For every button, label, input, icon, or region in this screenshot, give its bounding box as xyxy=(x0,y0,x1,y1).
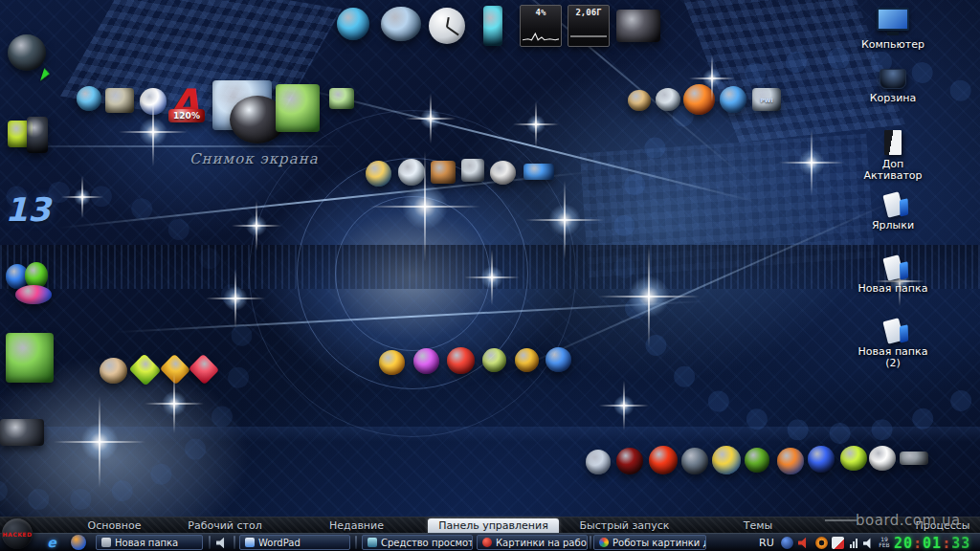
folder-icon xyxy=(101,538,111,547)
cpu-meter-gadget[interactable]: 4% xyxy=(520,5,562,47)
acdsee-badge[interactable]: 120% xyxy=(168,109,205,122)
wallpaper-sparkle xyxy=(526,115,546,134)
globe-gadget-icon[interactable] xyxy=(337,8,369,40)
wallpaper-sparkle xyxy=(80,423,119,461)
eye-icon[interactable] xyxy=(656,88,680,111)
taskbar-button-sredstvo-prosmotra[interactable]: Средство просмотра... xyxy=(362,535,473,550)
desktop-item-shortcuts[interactable]: Ярлыки xyxy=(840,193,946,231)
jupiter-icon[interactable] xyxy=(100,358,127,384)
taskbar-button-wordpad[interactable]: WordPad xyxy=(239,535,350,550)
cpu-value: 4% xyxy=(536,8,546,17)
red-creature-icon[interactable] xyxy=(649,446,678,474)
globe-icon[interactable] xyxy=(77,86,101,111)
figures-icon[interactable] xyxy=(777,448,804,474)
logo-13[interactable]: 13 xyxy=(4,187,52,231)
lens-gadget-icon[interactable] xyxy=(381,7,421,41)
wallpaper-sparkle xyxy=(628,276,670,318)
color-rings-icon[interactable] xyxy=(15,285,52,304)
desktop-item-label: Новая папка (2) xyxy=(856,346,930,369)
taskbar-button-label: Средство просмотра... xyxy=(381,538,473,548)
tab-osnovnoe[interactable]: Основное xyxy=(59,518,169,533)
taskbar-separator xyxy=(590,536,591,549)
clock-seconds: 33 xyxy=(951,535,970,551)
earth-icon[interactable] xyxy=(366,161,391,187)
battery-gadget-icon[interactable] xyxy=(483,6,502,46)
orb-red-icon[interactable] xyxy=(447,347,475,374)
magnifier-icon[interactable] xyxy=(398,159,425,186)
camera-money-icon[interactable] xyxy=(105,88,134,113)
signal-bars-icon[interactable] xyxy=(850,539,858,548)
saturn-icon[interactable] xyxy=(628,90,651,111)
taskbar-button-kartinki[interactable]: Картинки на рабочий... xyxy=(477,535,588,550)
orb-blue-icon[interactable] xyxy=(546,347,571,372)
grinch-icon[interactable] xyxy=(745,448,769,473)
start-button[interactable]: HACKED xyxy=(2,518,33,549)
tab-panel-upravleniya[interactable]: Панель управления xyxy=(428,518,559,533)
desktop-item-activator[interactable]: Доп Активатор xyxy=(840,130,946,182)
volume-tray-icon[interactable] xyxy=(863,538,875,549)
desktop-item-computer[interactable]: Компьютер xyxy=(840,8,946,51)
tray-date[interactable]: 19 FEB xyxy=(878,537,891,548)
tab-rabochiy-stol[interactable]: Рабочий стол xyxy=(172,518,278,533)
orb-orange-icon[interactable] xyxy=(379,350,405,375)
taskbar-button-label: Новая папка xyxy=(115,538,178,548)
monitor-photo-icon[interactable] xyxy=(461,159,484,182)
fuzzy-ball-icon[interactable] xyxy=(586,450,611,474)
horn-speaker-icon[interactable] xyxy=(490,161,516,185)
tab-bystryy-zapusk[interactable]: Быстрый запуск xyxy=(574,518,675,533)
tray-mute-icon[interactable] xyxy=(798,537,811,549)
webcam-green-icon[interactable] xyxy=(329,88,354,109)
tray-user-flag-icon[interactable] xyxy=(832,537,844,549)
dark-sphere-icon[interactable] xyxy=(8,34,46,71)
toolbox-icon[interactable] xyxy=(431,161,456,184)
taskbar-button-roboty[interactable]: Роботы картинки для ... xyxy=(593,535,706,550)
language-indicator[interactable]: RU xyxy=(759,537,774,549)
chrome-icon[interactable] xyxy=(712,446,741,474)
tray-clock[interactable]: 20:01:33 xyxy=(894,535,970,551)
gem-green-icon[interactable] xyxy=(129,354,162,386)
taskbar-separator xyxy=(355,536,357,549)
wallpaper-ring xyxy=(335,196,490,351)
media-player-icon[interactable] xyxy=(71,535,86,550)
orb-amber-icon[interactable] xyxy=(515,348,539,372)
battery-blue-icon[interactable] xyxy=(523,164,554,180)
camera-gadget-icon[interactable] xyxy=(616,10,660,42)
tab-protsessy[interactable]: Процессы xyxy=(904,518,980,533)
clapper-icon[interactable]: PWI xyxy=(752,88,781,111)
keyboard-icon[interactable] xyxy=(0,419,44,446)
desktop-item-new-folder-2[interactable]: Новая папка (2) xyxy=(840,320,946,369)
volume-quicklaunch-icon[interactable] xyxy=(216,537,229,549)
desktop-item-recycle-bin[interactable]: Корзина xyxy=(840,69,946,104)
desktop-item-new-folder[interactable]: Новая папка xyxy=(840,256,946,295)
gray-tray-icon[interactable] xyxy=(900,452,928,465)
tray-updater-icon[interactable] xyxy=(815,537,828,549)
black-phone-icon[interactable] xyxy=(27,117,48,153)
desktop-item-label: Компьютер xyxy=(861,39,924,51)
wallpaper-sparkle xyxy=(480,266,503,289)
orb-green-icon[interactable] xyxy=(482,348,506,372)
opera-dark-icon[interactable] xyxy=(616,448,643,474)
green-case-icon[interactable] xyxy=(6,333,54,383)
ie-icon[interactable]: e xyxy=(44,535,59,550)
tab-temy[interactable]: Темы xyxy=(729,518,787,533)
orb-purple-icon[interactable] xyxy=(413,348,439,374)
fire-swirl-icon[interactable] xyxy=(683,84,715,115)
taskbar-button-novaya-papka[interactable]: Новая папка xyxy=(96,535,203,550)
skype-green-icon[interactable] xyxy=(840,446,867,471)
dark-chrome-icon[interactable] xyxy=(681,448,708,474)
clock-gadget[interactable] xyxy=(429,8,465,44)
orb-s-dark-icon[interactable] xyxy=(808,446,835,473)
photoshop-swirl-icon[interactable] xyxy=(720,86,746,113)
tab-nedavnie[interactable]: Недавние xyxy=(311,518,402,533)
ram-meter-gadget[interactable]: 2,06Г xyxy=(568,5,610,47)
wallpaper-sparkle xyxy=(223,286,248,311)
taskbar-button-label: WordPad xyxy=(258,538,301,548)
gem-red-icon[interactable] xyxy=(189,354,220,386)
start-button-label: HACKED xyxy=(3,531,33,538)
taskbar: Основное Рабочий стол Недавние Панель уп… xyxy=(0,517,980,551)
tray-network-icon[interactable] xyxy=(781,537,793,549)
white-dish-icon[interactable] xyxy=(869,446,896,471)
gem-orange-icon[interactable] xyxy=(160,354,191,386)
green-safe-icon[interactable] xyxy=(276,84,320,132)
computer-icon xyxy=(877,8,909,31)
